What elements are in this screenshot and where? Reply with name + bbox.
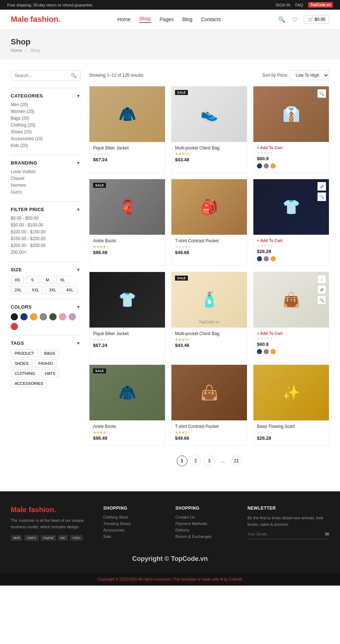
- footer-payment-methods[interactable]: Payment Methods: [175, 521, 237, 526]
- tags-header[interactable]: TAGS ▼: [11, 340, 81, 346]
- brand-gucci[interactable]: Gucci: [11, 190, 81, 195]
- tag-product[interactable]: PRODUCT: [11, 349, 38, 357]
- nav-pages[interactable]: Pages: [160, 16, 174, 22]
- tag-hats[interactable]: HATS: [41, 369, 59, 377]
- pcolor-gray-3[interactable]: [264, 163, 269, 168]
- newsletter-input[interactable]: [247, 531, 325, 537]
- color-red[interactable]: [11, 323, 18, 330]
- footer-returns[interactable]: Return & Exchanges: [175, 534, 237, 539]
- site-logo[interactable]: Male fashion.: [11, 15, 60, 24]
- price-200-250[interactable]: $200.00 - $250.00: [11, 243, 81, 248]
- pcolor-blue-6[interactable]: [257, 256, 262, 261]
- color-pink[interactable]: [59, 313, 66, 320]
- price-150-200[interactable]: $150.00 - $200.00: [11, 236, 81, 241]
- zoom-icon-3[interactable]: 🔍: [317, 89, 326, 98]
- add-to-cart-9[interactable]: + Add To Cart: [257, 331, 325, 335]
- search-input[interactable]: [15, 73, 71, 78]
- category-women[interactable]: Women (20): [11, 109, 81, 114]
- pcolor-orange-6[interactable]: [271, 256, 276, 261]
- price-0-50[interactable]: $0.00 - $50.00: [11, 216, 81, 221]
- footer-delivery[interactable]: Delivery: [175, 528, 237, 532]
- color-blue[interactable]: [20, 313, 28, 320]
- tag-shoes[interactable]: SHOES: [11, 359, 33, 367]
- product-card-4[interactable]: SALE 🧣 Ankle Boots ★★★★★ $98.49: [89, 179, 165, 266]
- cart-button[interactable]: 🛒 $0.00: [304, 15, 329, 24]
- brand-chanel[interactable]: Chanel: [11, 176, 81, 181]
- price-100-150[interactable]: $100.00 - $150.00: [11, 229, 81, 234]
- brand-lv[interactable]: Louis Vuitton: [11, 169, 81, 174]
- size-4xl[interactable]: 4XL: [62, 286, 77, 294]
- product-card-1[interactable]: 🧥 Piqué Biker Jacket ★★★★★ $67.24: [89, 86, 165, 173]
- price-250-plus[interactable]: 250.00+: [11, 250, 81, 255]
- wishlist-icon-9[interactable]: ↓: [317, 275, 326, 283]
- pcolor-gray-6[interactable]: [264, 256, 269, 261]
- zoom-icon-6[interactable]: 🔍: [317, 192, 326, 201]
- add-to-cart-6[interactable]: + Add To Cart: [257, 238, 325, 243]
- product-card-10[interactable]: SALE 🧥 Ankle Boots ★★★★★ $98.49: [89, 364, 165, 445]
- tag-clothing[interactable]: CLOTHING: [11, 369, 39, 377]
- category-kids[interactable]: Kids (20): [11, 143, 81, 148]
- color-black[interactable]: [11, 313, 18, 320]
- tag-bags[interactable]: BAGS: [40, 349, 59, 357]
- product-card-9[interactable]: ↓ ⇄ 🔍 👜 + Add To Cart ★★★★★ $60.9: [253, 272, 329, 359]
- pcolor-blue-3[interactable]: [257, 163, 262, 168]
- category-men[interactable]: Men (20): [11, 102, 81, 107]
- wishlist-icon-btn[interactable]: ♡: [292, 15, 298, 24]
- size-s[interactable]: S: [26, 276, 39, 284]
- colors-header[interactable]: COLORS ▼: [11, 304, 81, 310]
- footer-trending-shoes[interactable]: Trending Shoes: [103, 521, 165, 526]
- product-card-2[interactable]: SALE 👟 Multi-pocket Chest Bag ★★★½★ $43.…: [171, 86, 247, 173]
- color-orange[interactable]: [30, 313, 37, 320]
- page-btn-3[interactable]: 3: [204, 455, 215, 466]
- size-m[interactable]: M: [41, 276, 54, 284]
- pcolor-gray-9[interactable]: [264, 349, 269, 354]
- product-card-6[interactable]: ⇄ 🔍 👕 + Add To Cart ★★★★★ $26.28: [253, 179, 329, 266]
- product-card-12[interactable]: ✨ Basic Flowing Scarf ★★★★★ $26.28: [253, 364, 329, 445]
- product-card-11[interactable]: 👜 T-shirt Contrast Pocket ★★★½★ $49.66: [171, 364, 247, 445]
- add-to-cart-3[interactable]: + Add To Cart: [257, 146, 325, 150]
- product-card-3[interactable]: 🔍 👔 + Add To Cart ★★★★★ $60.9: [253, 86, 329, 173]
- nav-shop[interactable]: Shop: [139, 16, 151, 23]
- category-accessories[interactable]: Accessories (20): [11, 136, 81, 141]
- tag-accessories[interactable]: ACCESSORIES: [11, 380, 47, 387]
- page-btn-2[interactable]: 2: [190, 455, 201, 466]
- page-btn-21[interactable]: 21: [231, 455, 242, 466]
- size-2xl[interactable]: 2XL: [11, 286, 26, 294]
- footer-contact-us[interactable]: Contact Us: [175, 515, 237, 519]
- footer-sale[interactable]: Sale: [103, 534, 165, 539]
- categories-header[interactable]: CATEGORIES ▼: [11, 93, 81, 99]
- zoom-icon-9[interactable]: 🔍: [317, 296, 326, 304]
- footer-clothing-store[interactable]: Clothing Store: [103, 515, 165, 519]
- breadcrumb-home[interactable]: Home: [11, 48, 22, 53]
- swap-icon-6[interactable]: ⇄: [317, 182, 326, 191]
- search-submit-btn[interactable]: 🔍: [71, 73, 77, 78]
- price-50-100[interactable]: $50.00 - $100.00: [11, 223, 81, 228]
- category-clothing[interactable]: Clothing (20): [11, 123, 81, 128]
- product-card-7[interactable]: 👕 Piqué Biker Jacket ★★★★★ $67.24: [89, 272, 165, 359]
- size-3xl[interactable]: 3XL: [45, 286, 60, 294]
- size-xl[interactable]: XL: [56, 276, 69, 284]
- search-icon-btn[interactable]: 🔍: [277, 15, 286, 24]
- sign-in-link[interactable]: SIGN IN: [276, 3, 290, 7]
- faq-link[interactable]: FAQ: [295, 3, 303, 7]
- pcolor-orange-3[interactable]: [271, 163, 276, 168]
- color-lavender[interactable]: [69, 313, 76, 320]
- page-btn-1[interactable]: 1: [177, 455, 188, 466]
- tag-fashio[interactable]: FASHIO: [35, 359, 57, 367]
- color-gray[interactable]: [40, 313, 47, 320]
- size-xs[interactable]: XS: [11, 276, 24, 284]
- branding-header[interactable]: BRANDING ▼: [11, 160, 81, 166]
- price-header[interactable]: FILTER PRICE ▼: [11, 207, 81, 212]
- sidebar-search-box[interactable]: 🔍: [11, 70, 81, 81]
- category-bags[interactable]: Bags (20): [11, 116, 81, 121]
- swap-icon-9[interactable]: ⇄: [317, 285, 326, 294]
- category-shoes[interactable]: Shoes (20): [11, 129, 81, 134]
- sort-select[interactable]: Low To High High To Low Default Latest: [290, 70, 329, 80]
- brand-hermes[interactable]: Hermes: [11, 183, 81, 188]
- pcolor-orange-9[interactable]: [271, 349, 276, 354]
- product-card-8[interactable]: SALE 🧴 TopCode.vn Multi-pocket Chest Bag…: [171, 272, 247, 359]
- product-card-5[interactable]: 🎒 T-shirt Contrast Pocket ★★★★★ $49.66: [171, 179, 247, 266]
- newsletter-submit-btn[interactable]: ✉: [325, 531, 329, 537]
- size-xxl[interactable]: XXL: [28, 286, 43, 294]
- nav-contacts[interactable]: Contacts: [201, 16, 220, 22]
